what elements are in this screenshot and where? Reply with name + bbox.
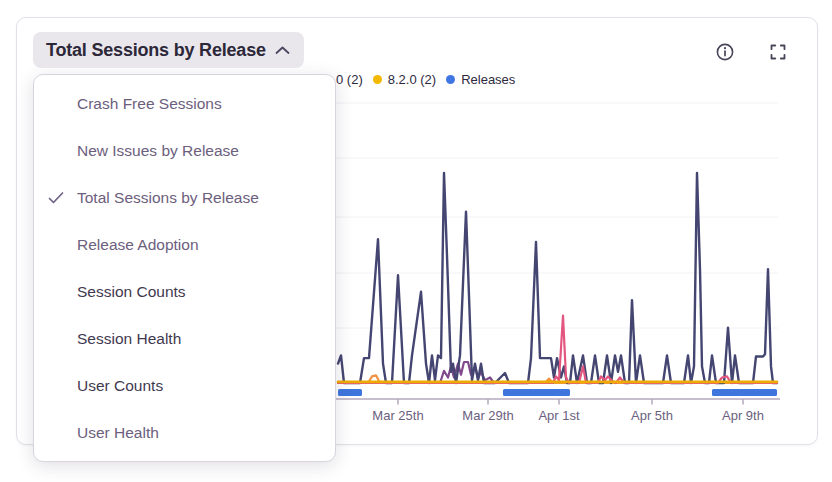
menu-item-label: Crash Free Sessions [77, 95, 222, 113]
release-bar[interactable] [712, 389, 777, 396]
menu-item-label: New Issues by Release [77, 142, 239, 160]
legend-item-0-2-[interactable]: 0 (2) [336, 72, 363, 87]
chevron-up-icon [275, 46, 290, 55]
widget-type-menu: Crash Free SessionsNew Issues by Release… [33, 74, 336, 462]
x-axis-tick-label: Mar 29th [462, 408, 513, 423]
series-total-sessions [338, 173, 777, 383]
legend-dot-icon [373, 75, 382, 84]
check-icon [48, 191, 64, 204]
widget-title: Total Sessions by Release [46, 40, 266, 61]
menu-item-label: Session Health [77, 330, 181, 348]
menu-item-label: Release Adoption [77, 236, 199, 254]
menu-item-release-adoption[interactable]: Release Adoption [34, 221, 335, 268]
release-bar[interactable] [338, 389, 362, 396]
menu-item-user-health[interactable]: User Health [34, 409, 335, 456]
menu-item-session-health[interactable]: Session Health [34, 315, 335, 362]
legend-dot-icon [446, 75, 455, 84]
widget-title-dropdown-button[interactable]: Total Sessions by Release [33, 32, 304, 68]
legend-item-label: Releases [461, 72, 515, 87]
menu-item-label: User Health [77, 424, 159, 442]
widget-header-actions [715, 42, 788, 62]
x-axis-tick-label: Mar 25th [372, 408, 423, 423]
legend-item-8.2.0-2-[interactable]: 8.2.0 (2) [373, 72, 436, 87]
menu-item-user-counts[interactable]: User Counts [34, 362, 335, 409]
x-axis-tick-label: Apr 1st [538, 408, 580, 423]
chart-legend: 0 (2)8.2.0 (2)Releases [336, 72, 515, 87]
x-axis-tick-label: Apr 9th [722, 408, 764, 423]
sessions-chart: Mar 25thMar 29thApr 1stApr 5thApr 9th [330, 95, 790, 425]
menu-item-label: Session Counts [77, 283, 186, 301]
menu-item-total-sessions-by-release[interactable]: Total Sessions by Release [34, 174, 335, 221]
menu-item-crash-free-sessions[interactable]: Crash Free Sessions [34, 80, 335, 127]
dashboard-page: Total Sessions by Release 0 (2)8.2.0 (2)… [0, 0, 832, 482]
menu-item-new-issues-by-release[interactable]: New Issues by Release [34, 127, 335, 174]
chart-area[interactable]: Mar 25thMar 29thApr 1stApr 5thApr 9th [330, 95, 790, 425]
expand-icon[interactable] [768, 42, 788, 62]
x-axis-tick-label: Apr 5th [631, 408, 673, 423]
menu-item-session-counts[interactable]: Session Counts [34, 268, 335, 315]
release-bar[interactable] [503, 389, 570, 396]
info-icon[interactable] [715, 42, 735, 62]
legend-item-label: 0 (2) [336, 72, 363, 87]
legend-item-label: 8.2.0 (2) [388, 72, 436, 87]
legend-item-releases[interactable]: Releases [446, 72, 515, 87]
menu-item-label: User Counts [77, 377, 163, 395]
menu-item-label: Total Sessions by Release [77, 189, 259, 207]
